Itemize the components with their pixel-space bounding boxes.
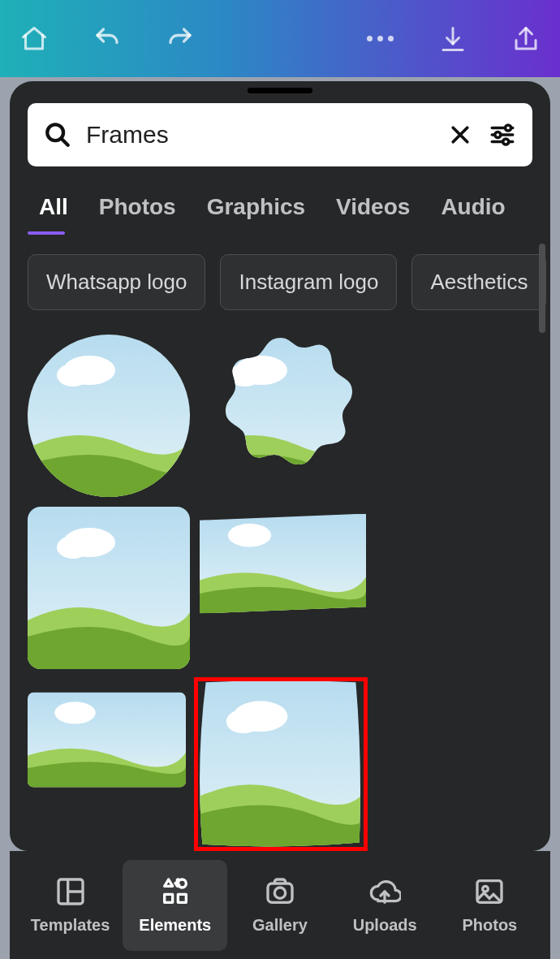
nav-uploads[interactable]: Uploads [333, 875, 437, 935]
frame-rounded-rect[interactable] [28, 507, 190, 669]
scrollbar[interactable] [539, 244, 545, 333]
chip-aesthetics[interactable]: Aesthetics [411, 254, 546, 310]
share-icon[interactable] [510, 23, 542, 55]
bottom-nav: Templates Elements Gallery Uploads Photo… [10, 851, 550, 959]
nav-label: Templates [31, 916, 110, 935]
uploads-icon [368, 875, 401, 908]
tab-graphics[interactable]: Graphics [196, 189, 317, 235]
frame-wide-rect[interactable] [28, 679, 186, 793]
clear-icon[interactable] [446, 121, 474, 149]
photos-icon [473, 875, 506, 908]
nav-label: Gallery [252, 916, 308, 935]
nav-label: Uploads [353, 916, 417, 935]
nav-photos[interactable]: Photos [437, 875, 542, 935]
svg-rect-26 [164, 894, 172, 902]
chip-whatsapp-logo[interactable]: Whatsapp logo [28, 254, 205, 310]
nav-templates[interactable]: Templates [18, 875, 123, 935]
undo-icon[interactable] [91, 23, 123, 55]
templates-icon [54, 875, 87, 908]
svg-point-3 [503, 139, 509, 145]
chip-instagram-logo[interactable]: Instagram logo [220, 254, 397, 310]
top-toolbar [0, 0, 560, 77]
tab-audio[interactable]: Audio [429, 189, 516, 235]
redo-icon[interactable] [164, 23, 196, 55]
elements-icon [159, 875, 192, 908]
selection-highlight [194, 677, 368, 851]
nav-label: Elements [139, 916, 211, 935]
nav-elements[interactable]: Elements [123, 860, 227, 951]
frame-circle[interactable] [28, 335, 190, 497]
results-grid [10, 318, 550, 851]
drag-handle[interactable] [248, 88, 312, 93]
svg-point-1 [506, 125, 511, 131]
tab-all[interactable]: All [28, 189, 80, 235]
category-tabs: All Photos Graphics Videos Audio [10, 166, 550, 235]
elements-panel: All Photos Graphics Videos Audio Whatsap… [10, 81, 550, 851]
svg-point-2 [495, 132, 501, 137]
gallery-icon [264, 875, 296, 908]
frame-wavy-badge[interactable] [200, 335, 362, 497]
suggestion-chips: Whatsapp logo Instagram logo Aesthetics [10, 235, 550, 318]
search-input[interactable] [86, 121, 432, 149]
tab-videos[interactable]: Videos [325, 189, 421, 235]
nav-label: Photos [462, 916, 517, 935]
svg-point-28 [274, 888, 285, 898]
search-icon [44, 121, 71, 149]
frame-selected-square[interactable] [196, 679, 366, 849]
more-icon[interactable] [364, 23, 396, 55]
filters-icon[interactable] [489, 121, 516, 149]
nav-gallery[interactable]: Gallery [227, 875, 332, 935]
svg-point-30 [483, 886, 489, 892]
tab-photos[interactable]: Photos [88, 189, 187, 235]
download-icon[interactable] [437, 23, 469, 55]
home-icon[interactable] [18, 23, 50, 55]
search-bar[interactable] [28, 103, 532, 166]
frame-skew-rect[interactable] [200, 507, 366, 620]
